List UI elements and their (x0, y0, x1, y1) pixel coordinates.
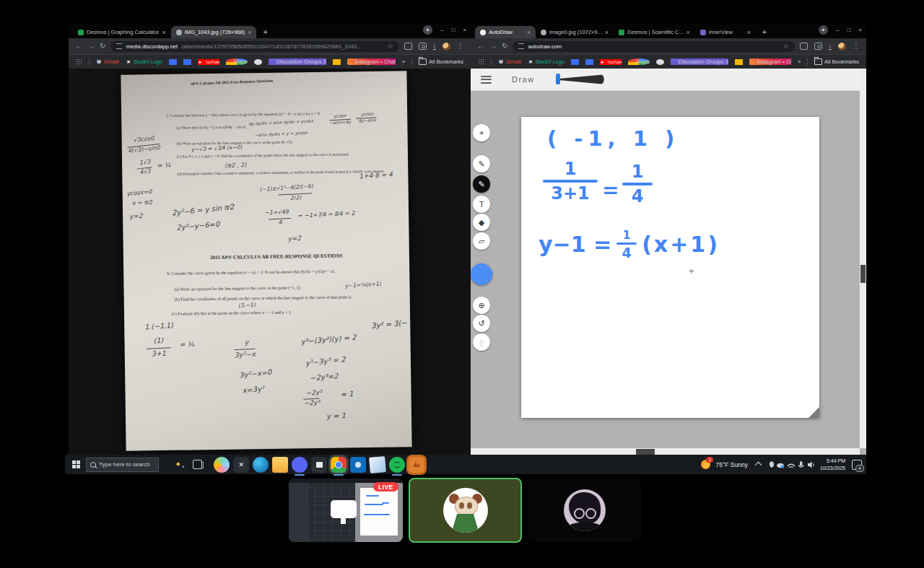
taskbar-app-icon[interactable]: ✕ (233, 457, 249, 473)
taskbar-app-icon[interactable] (369, 456, 386, 473)
taskbar-app-icon[interactable] (350, 457, 366, 473)
start-button[interactable] (72, 460, 80, 468)
autodraw-tool-button[interactable]: ↺ (473, 315, 490, 332)
tab-close-icon[interactable]: × (686, 29, 689, 36)
tray-icons[interactable] (767, 460, 815, 470)
all-bookmarks-button[interactable]: All Bookmarks (814, 58, 859, 65)
menu-kebab-icon[interactable]: ⋮ (853, 43, 860, 50)
maximize-button[interactable]: □ (451, 27, 455, 33)
autodraw-tool-button[interactable]: ⊕ (473, 297, 490, 314)
close-button[interactable]: × (463, 27, 466, 33)
side-panel-icon[interactable] (800, 43, 808, 50)
autodraw-tool-button[interactable]: ◆ (473, 214, 490, 231)
autodraw-tool-button[interactable]: ▯ (473, 333, 490, 351)
tab-close-icon[interactable]: × (248, 29, 251, 36)
weather-label[interactable]: 75°F Sunny (715, 461, 748, 468)
bookmark-item[interactable]: ▸ YouTube (600, 59, 622, 65)
site-info-icon[interactable] (116, 43, 122, 49)
bookmark-item[interactable]: ✕ StockX Logo (528, 59, 565, 65)
menu-kebab-icon[interactable]: ⋮ (457, 43, 464, 50)
horizontal-scroll-thumb[interactable] (636, 449, 655, 455)
close-button[interactable]: × (858, 27, 862, 33)
bookmark-item[interactable] (571, 59, 579, 65)
canvas-resize-corner[interactable] (808, 407, 819, 418)
address-bar[interactable]: media.discordapp.net /attachments/137679… (110, 41, 398, 52)
bookmark-item[interactable]: ▸ YouTube (198, 59, 220, 65)
bookmark-item[interactable] (735, 59, 743, 65)
participant-tile[interactable] (528, 479, 641, 542)
new-tab-button[interactable]: + (762, 27, 767, 36)
back-button[interactable]: ← (477, 43, 484, 50)
autodraw-tool-button[interactable]: T (473, 196, 490, 213)
browser-tab[interactable]: Desmos | Graphing Calculator × (73, 26, 171, 38)
notification-center-icon[interactable]: 4 (852, 460, 862, 470)
bookmark-item[interactable]: Discussion Groups 3 (671, 58, 728, 65)
menu-hamburger-icon[interactable] (481, 76, 492, 84)
address-bar[interactable]: autodraw.com ☆ (513, 41, 794, 52)
autodraw-tool-button[interactable]: ✎ (473, 175, 490, 193)
bookmark-star-icon[interactable]: ☆ (387, 43, 393, 50)
taskbar-app-icon[interactable] (331, 457, 346, 473)
autodraw-tool-button[interactable] (471, 263, 492, 285)
bookmark-item[interactable] (585, 59, 593, 65)
weather-icon[interactable]: 2 (701, 460, 710, 469)
minimize-button[interactable]: – (440, 27, 443, 33)
taskbar-app-icon[interactable] (214, 457, 230, 473)
browser-tab[interactable]: image0.jpg (1072×9... × (536, 26, 614, 38)
browser-tab[interactable]: AutoDraw × (475, 26, 536, 38)
back-button[interactable]: ← (75, 43, 82, 50)
autodraw-tool-button[interactable]: ⌖ (473, 124, 490, 141)
all-bookmarks-button[interactable]: All Bookmarks (419, 58, 463, 65)
bookmark-item[interactable]: Maps (226, 58, 247, 65)
taskbar-app-icon[interactable] (292, 457, 308, 473)
bookmark-item[interactable] (183, 59, 191, 65)
taskbar-clock[interactable]: 5:44 PM 10/23/2025 (820, 458, 845, 471)
downloads-icon[interactable]: ↓ (829, 43, 832, 50)
apps-grid-icon[interactable] (478, 58, 484, 65)
slider-handle[interactable] (556, 74, 560, 84)
bookmark-item[interactable]: Discussion Groups 3 (269, 58, 326, 65)
bookmark-star-icon[interactable]: ☆ (783, 43, 788, 50)
browser-tab[interactable]: InnerView × (695, 26, 756, 38)
copilot-sparkle-icon[interactable]: ✦✦ (175, 460, 181, 469)
autodraw-tool-button[interactable]: ✎ (473, 155, 490, 172)
bookmark-item[interactable]: ✕ StockX Logo (126, 59, 162, 65)
downloads-icon[interactable]: ↓ (433, 43, 437, 50)
reload-button[interactable]: ↻ (502, 43, 507, 50)
taskbar-app-icon[interactable] (253, 457, 269, 473)
bookmark-item[interactable] (169, 59, 177, 65)
bookmark-item[interactable]: M Gmail (498, 58, 521, 65)
drawing-canvas[interactable]: ( -1, 1 ) 13+1 = 14 y−1 = 1 4 (x+1) + (521, 117, 819, 418)
sparkle-button[interactable]: ✦ (819, 25, 828, 35)
horizontal-scrollbar[interactable] (471, 448, 860, 455)
tab-close-icon[interactable]: × (162, 29, 165, 36)
apps-grid-icon[interactable] (76, 58, 82, 65)
bookmark-item[interactable] (333, 59, 341, 65)
taskbar-app-icon[interactable] (409, 457, 424, 473)
tab-close-icon[interactable]: × (746, 29, 750, 36)
autodraw-tool-button[interactable]: ▱ (473, 232, 490, 250)
new-tab-button[interactable]: + (263, 27, 267, 36)
tab-close-icon[interactable]: × (605, 29, 609, 36)
taskbar-app-icon[interactable] (389, 457, 405, 473)
taskbar-app-icon[interactable] (311, 457, 327, 473)
search-tabs-icon[interactable] (814, 43, 822, 50)
bookmark-item[interactable] (656, 59, 664, 65)
task-view-icon[interactable] (193, 460, 202, 469)
bookmark-item[interactable]: Maps (628, 58, 649, 65)
bookmark-item[interactable]: Instagram • Chats (749, 58, 791, 65)
bookmark-item[interactable]: M Gmail (96, 58, 119, 65)
side-panel-icon[interactable] (404, 43, 412, 50)
screenshare-tile[interactable]: LIVE (289, 479, 403, 542)
bookmarks-overflow-icon[interactable]: » (798, 58, 801, 65)
vertical-scroll-thumb[interactable] (860, 265, 866, 283)
site-info-icon[interactable] (518, 43, 524, 49)
bookmark-item[interactable] (254, 59, 262, 65)
forward-button[interactable]: → (87, 43, 95, 50)
vertical-scrollbar[interactable] (860, 69, 866, 448)
taskbar-app-icon[interactable] (272, 457, 288, 473)
reload-button[interactable]: ↻ (100, 43, 105, 50)
maximize-button[interactable]: □ (847, 27, 850, 33)
stroke-width-slider[interactable] (555, 73, 607, 86)
sparkle-button[interactable]: ✦ (423, 25, 432, 35)
